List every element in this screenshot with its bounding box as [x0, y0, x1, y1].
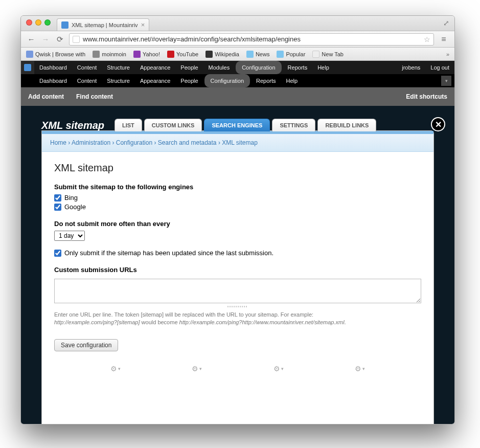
crumb-home[interactable]: Home	[50, 139, 66, 146]
bookmarks-overflow-icon[interactable]: »	[446, 51, 449, 57]
gear-icon[interactable]: ⚙▾	[192, 365, 202, 373]
save-button[interactable]: Save configuration	[54, 339, 118, 351]
page-icon	[73, 36, 80, 43]
tab-settings[interactable]: SETTINGS	[272, 119, 315, 131]
bookmark-star-icon[interactable]: ☆	[424, 35, 430, 43]
overlay-body: XML sitemap Submit the sitemap to the fo…	[42, 152, 433, 386]
admin1-configuration[interactable]: Configuration	[236, 61, 281, 74]
browser-tab[interactable]: XML sitemap | Mountainriv ×	[57, 18, 149, 31]
admin1-content[interactable]: Content	[72, 61, 102, 74]
admin1-help[interactable]: Help	[312, 61, 334, 74]
page-background: XML sitemap LIST CUSTOM LINKS SEARCH ENG…	[21, 106, 454, 424]
address-bar-row: ← → ⟳ www.mountainriver.net/#overlay=adm…	[21, 31, 454, 48]
admin1-people[interactable]: People	[175, 61, 203, 74]
admin1-reports[interactable]: Reports	[283, 61, 313, 74]
bookmark-wikipedia[interactable]: Wikipedia	[205, 51, 239, 58]
crumb-config[interactable]: Configuration	[116, 139, 152, 146]
freq-select[interactable]: 1 day	[54, 231, 85, 241]
admin1-logout[interactable]: Log out	[425, 61, 454, 74]
close-tab-icon[interactable]: ×	[141, 21, 145, 29]
admin2-configuration[interactable]: Configuration	[204, 74, 250, 87]
admin-menu-primary: Dashboard Content Structure Appearance P…	[21, 61, 454, 74]
admin2-dropdown-icon[interactable]: ▾	[441, 76, 451, 86]
overlay-panel: Home › Administration › Configuration › …	[41, 130, 434, 424]
form-heading: XML sitemap	[54, 162, 421, 174]
back-button[interactable]: ←	[26, 35, 36, 43]
admin1-modules[interactable]: Modules	[203, 61, 235, 74]
favicon-icon	[61, 21, 68, 29]
gear-icon[interactable]: ⚙▾	[273, 365, 284, 373]
url-text: www.mountainriver.net/#overlay=admin/con…	[83, 35, 301, 43]
engine-google-label: Google	[64, 203, 86, 211]
shortcut-find[interactable]: Find content	[76, 93, 113, 100]
only-if-updated-label: Only submit if the sitemap has been upda…	[64, 249, 273, 257]
browser-window: XML sitemap | Mountainriv × ⤢ ← → ⟳ www.…	[20, 15, 455, 424]
browser-menu-button[interactable]: ≡	[438, 34, 449, 45]
bookmark-moinmoin[interactable]: moinmoin	[93, 51, 126, 58]
admin2-appearance[interactable]: Appearance	[135, 74, 175, 87]
crumb-admin[interactable]: Administration	[72, 139, 110, 146]
expand-icon[interactable]: ⤢	[443, 19, 449, 27]
freq-label: Do not submit more often than every	[54, 220, 421, 228]
bookmark-yahoo[interactable]: Yahoo!	[133, 51, 160, 58]
admin2-help[interactable]: Help	[281, 74, 303, 87]
primary-tabs: LIST CUSTOM LINKS SEARCH ENGINES SETTING…	[115, 119, 376, 131]
admin2-content[interactable]: Content	[72, 74, 102, 87]
engine-google-checkbox[interactable]	[54, 204, 61, 211]
window-controls	[25, 19, 54, 28]
shortcut-edit[interactable]: Edit shortcuts	[406, 93, 447, 100]
tab-custom-links[interactable]: CUSTOM LINKS	[144, 119, 202, 131]
gear-icon[interactable]: ⚙▾	[355, 365, 365, 373]
admin1-user[interactable]: jrobens	[397, 61, 425, 74]
only-if-updated-row[interactable]: Only submit if the sitemap has been upda…	[54, 249, 421, 257]
contextual-gears-row: ⚙▾ ⚙▾ ⚙▾ ⚙▾	[54, 356, 421, 381]
zoom-window-button[interactable]	[44, 19, 51, 26]
bookmarks-bar: Qwisk | Browse with moinmoin Yahoo! YouT…	[21, 48, 454, 61]
only-if-updated-checkbox[interactable]	[54, 250, 61, 257]
admin2-dashboard[interactable]: Dashboard	[34, 74, 72, 87]
breadcrumb: Home › Administration › Configuration › …	[42, 131, 433, 152]
close-window-button[interactable]	[26, 19, 32, 26]
bookmark-news[interactable]: News	[246, 51, 270, 58]
engine-google-row[interactable]: Google	[54, 203, 421, 211]
crumb-xmlsitemap[interactable]: XML sitemap	[222, 139, 258, 146]
tab-list[interactable]: LIST	[115, 119, 142, 131]
page-title: XML sitemap	[41, 120, 104, 131]
forward-button[interactable]: →	[40, 35, 51, 43]
admin-home-icon[interactable]	[21, 61, 34, 74]
browser-titlebar: XML sitemap | Mountainriv × ⤢	[21, 16, 454, 31]
address-bar[interactable]: www.mountainriver.net/#overlay=admin/con…	[69, 33, 434, 46]
custom-urls-textarea[interactable]	[54, 279, 421, 303]
overlay-header: XML sitemap LIST CUSTOM LINKS SEARCH ENG…	[41, 114, 434, 131]
close-overlay-button[interactable]: ✕	[431, 117, 445, 131]
admin2-reports[interactable]: Reports	[251, 74, 281, 87]
engine-bing-row[interactable]: Bing	[54, 194, 421, 201]
admin2-people[interactable]: People	[175, 74, 203, 87]
engine-bing-checkbox[interactable]	[54, 194, 61, 201]
engines-label: Submit the sitemap to the following engi…	[54, 183, 421, 191]
engine-bing-label: Bing	[64, 194, 78, 201]
admin2-structure[interactable]: Structure	[102, 74, 135, 87]
reload-button[interactable]: ⟳	[55, 35, 65, 44]
bookmark-youtube[interactable]: YouTube	[167, 51, 198, 58]
tab-search-engines[interactable]: SEARCH ENGINES	[204, 119, 270, 131]
bookmark-newtab[interactable]: New Tab	[312, 51, 344, 58]
admin-menu-secondary: Dashboard Content Structure Appearance P…	[21, 74, 454, 87]
textarea-grip-icon[interactable]	[54, 306, 421, 308]
admin1-appearance[interactable]: Appearance	[135, 61, 175, 74]
tab-rebuild-links[interactable]: REBUILD LINKS	[317, 119, 376, 131]
tab-title: XML sitemap | Mountainriv	[72, 22, 138, 28]
bookmark-qwisk[interactable]: Qwisk | Browse with	[26, 51, 85, 58]
admin1-structure[interactable]: Structure	[102, 61, 135, 74]
crumb-search[interactable]: Search and metadata	[158, 139, 217, 146]
custom-urls-label: Custom submission URLs	[54, 266, 421, 274]
shortcut-add[interactable]: Add content	[28, 93, 64, 100]
custom-urls-help: Enter one URL per line. The token [sitem…	[54, 311, 421, 327]
shortcuts-bar: Add content Find content Edit shortcuts	[21, 87, 454, 106]
gear-icon[interactable]: ⚙▾	[110, 365, 121, 373]
bookmark-popular[interactable]: Popular	[277, 51, 305, 58]
minimize-window-button[interactable]	[35, 19, 41, 26]
admin1-dashboard[interactable]: Dashboard	[34, 61, 72, 74]
